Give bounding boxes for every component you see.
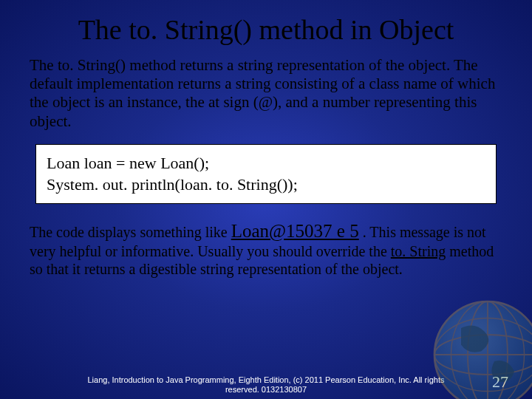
paragraph-2: The code displays something like Loan@15…	[30, 220, 502, 278]
code-line-1: Loan loan = new Loan();	[47, 152, 485, 174]
paragraph-1: The to. String() method returns a string…	[30, 56, 502, 131]
code-example-box: Loan loan = new Loan(); System. out. pri…	[35, 144, 497, 204]
tostring-underlined: to. String	[391, 243, 446, 259]
footer-citation: Liang, Introduction to Java Programming,…	[0, 375, 532, 395]
slide-container: The to. String() method in Object The to…	[0, 0, 532, 399]
page-number: 27	[492, 372, 508, 392]
para2-text-pre: The code displays something like	[30, 224, 231, 240]
code-line-2: System. out. println(loan. to. String())…	[47, 174, 485, 196]
svg-point-1	[434, 335, 532, 375]
code-output-sample: Loan@15037 e 5	[231, 221, 359, 241]
slide-title: The to. String() method in Object	[22, 13, 510, 46]
